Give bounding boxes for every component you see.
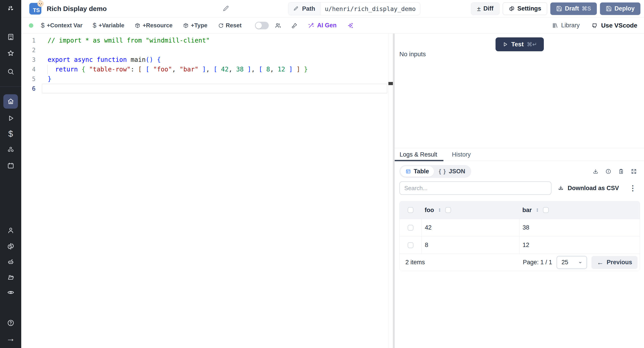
view-toggle-json[interactable]: { } JSON xyxy=(434,166,470,177)
code-line[interactable]: 6 xyxy=(21,84,393,93)
kebab-menu-icon[interactable]: ⋮ xyxy=(629,185,636,192)
diff-button[interactable]: ± Diff xyxy=(471,3,499,15)
typescript-badge: TS xyxy=(29,3,41,15)
vscode-cat-icon xyxy=(591,22,598,29)
package-icon xyxy=(134,23,140,29)
workspace-icon[interactable] xyxy=(0,32,21,42)
use-vscode-button[interactable]: Use VScode xyxy=(591,22,637,29)
code-text: } xyxy=(41,75,52,83)
overview-cursor-marker xyxy=(388,82,393,85)
content: 1// import * as wmill from "windmill-cli… xyxy=(21,34,644,348)
sidebar: $ xyxy=(0,0,21,348)
path-control[interactable]: Path u/henri/rich_display_demo xyxy=(288,2,420,15)
row-checkbox[interactable] xyxy=(408,225,414,231)
download-icon[interactable] xyxy=(592,168,598,175)
add-type-label: +Type xyxy=(191,22,208,29)
code-line[interactable]: 3export async function main() { xyxy=(21,55,393,65)
ai-gen-button[interactable]: AI Gen xyxy=(308,22,336,29)
home-icon[interactable] xyxy=(3,94,18,109)
audit-logs-eye-icon[interactable] xyxy=(0,287,21,298)
table-row[interactable]: 812 xyxy=(400,236,640,254)
status-dot xyxy=(29,23,33,28)
add-resource-label: +Resource xyxy=(143,22,173,29)
table-cell: 8 xyxy=(422,237,519,254)
settings-gear-icon[interactable] xyxy=(0,241,21,252)
line-number: 6 xyxy=(21,85,41,92)
column-filter-bar[interactable] xyxy=(543,207,549,213)
deploy-label: Deploy xyxy=(614,5,634,12)
code-line[interactable]: 4 return { "table-row": [ [ "foo", "bar"… xyxy=(21,65,393,74)
expand-icon[interactable] xyxy=(631,168,637,175)
test-button[interactable]: Test ⌘↵ xyxy=(496,37,544,51)
previous-page-button[interactable]: ← Previous xyxy=(592,256,638,269)
page-size-select[interactable]: 25 xyxy=(556,256,587,269)
line-number: 1 xyxy=(21,37,41,44)
code-line[interactable]: 1// import * as wmill from "windmill-cli… xyxy=(21,36,393,45)
draft-button[interactable]: Draft ⌘S xyxy=(550,3,597,15)
variables-icon[interactable]: $ xyxy=(0,128,21,139)
reset-button[interactable]: Reset xyxy=(218,22,242,29)
add-resource-button[interactable]: +Resource xyxy=(134,22,173,29)
sort-icon[interactable] xyxy=(437,208,442,213)
magic-wand-icon xyxy=(308,22,314,29)
reset-label: Reset xyxy=(226,22,242,29)
play-icon xyxy=(502,41,508,47)
workers-icon[interactable] xyxy=(0,257,21,267)
diff-label: Diff xyxy=(484,5,494,12)
help-icon[interactable] xyxy=(0,317,21,328)
resources-icon[interactable] xyxy=(0,144,21,155)
panel-divider[interactable] xyxy=(393,34,395,348)
table-toggle-label: Table xyxy=(414,168,429,175)
add-variable-button[interactable]: $ +Variable xyxy=(93,22,124,29)
column-filter-foo[interactable] xyxy=(445,207,451,213)
code-line[interactable]: 2 xyxy=(21,45,393,55)
result-tabs: Logs & Result History xyxy=(395,148,644,161)
tab-logs-result[interactable]: Logs & Result xyxy=(400,151,437,158)
refresh-icon xyxy=(218,23,224,29)
code-line[interactable]: 5} xyxy=(21,74,393,84)
code-editor[interactable]: 1// import * as wmill from "windmill-cli… xyxy=(21,34,393,348)
add-type-button[interactable]: +Type xyxy=(183,22,208,29)
download-csv-button[interactable]: Download as CSV xyxy=(558,185,619,192)
add-context-var-button[interactable]: $ +Context Var xyxy=(41,22,82,29)
add-variable-label: +Variable xyxy=(98,22,124,29)
schedules-icon[interactable] xyxy=(0,160,21,171)
favorites-icon[interactable] xyxy=(0,48,21,59)
users-icon[interactable] xyxy=(0,225,21,236)
toggle-knob xyxy=(256,22,262,29)
select-all-checkbox[interactable] xyxy=(408,207,414,213)
edit-title-pencil-icon[interactable] xyxy=(222,5,230,13)
collaborators-icon[interactable] xyxy=(274,22,281,29)
table-row[interactable]: 4238 xyxy=(400,219,640,236)
app-window: $ xyxy=(0,0,644,348)
search-input[interactable] xyxy=(399,182,552,195)
inputs-section: Test ⌘↵ No inputs xyxy=(395,34,644,148)
copy-result-icon[interactable] xyxy=(618,168,624,175)
test-label: Test xyxy=(511,41,524,48)
expand-sidebar-icon[interactable]: → xyxy=(0,333,21,344)
deploy-button[interactable]: Deploy xyxy=(600,3,640,15)
sort-icon[interactable] xyxy=(535,208,540,213)
info-icon[interactable] xyxy=(605,168,611,175)
settings-label: Settings xyxy=(518,5,541,12)
windmill-logo[interactable] xyxy=(0,3,21,14)
tab-history[interactable]: History xyxy=(452,151,471,158)
run-panel: Test ⌘↵ No inputs Logs & Result History xyxy=(395,34,644,348)
editor-toolbar: $ +Context Var $ +Variable +Resource +Ty… xyxy=(21,18,644,34)
result-actions xyxy=(592,168,637,175)
runs-icon[interactable] xyxy=(0,113,21,124)
search-icon[interactable] xyxy=(0,66,21,77)
view-toggle-table[interactable]: Table xyxy=(400,166,434,177)
line-number: 4 xyxy=(21,66,41,73)
diff-mode-toggle[interactable] xyxy=(255,22,269,29)
no-inputs-text: No inputs xyxy=(399,51,426,58)
sparkles-icon[interactable] xyxy=(347,22,354,29)
library-button[interactable]: Library xyxy=(552,22,580,29)
folders-icon[interactable] xyxy=(0,272,21,283)
save-icon xyxy=(556,6,562,12)
format-paintbrush-icon[interactable] xyxy=(291,22,298,29)
row-checkbox[interactable] xyxy=(408,242,414,248)
code-text: export async function main() { xyxy=(41,56,161,63)
settings-button[interactable]: Settings xyxy=(503,3,548,15)
line-number: 2 xyxy=(21,47,41,54)
